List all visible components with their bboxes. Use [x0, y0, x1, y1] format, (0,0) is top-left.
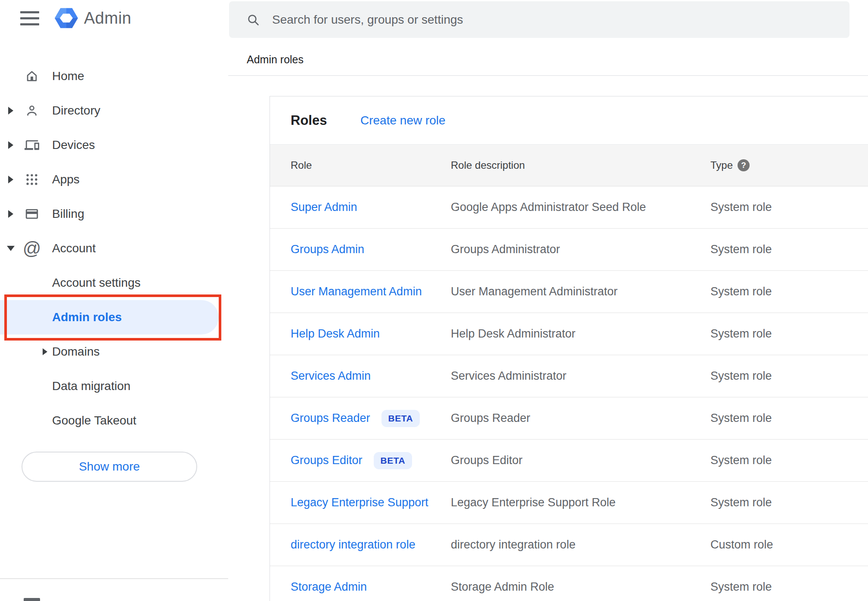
role-link[interactable]: Super Admin: [291, 201, 357, 214]
sidebar-item-label: Data migration: [52, 379, 130, 393]
role-link[interactable]: Groups Editor: [291, 454, 363, 467]
header-divider: [228, 75, 868, 76]
devices-icon: [24, 137, 40, 153]
apps-grid-icon: [24, 172, 40, 187]
sidebar-item-account[interactable]: @ Account: [0, 231, 228, 266]
roles-card-header: Roles Create new role: [270, 96, 868, 144]
table-row: Groups Editor BETA Groups Editor System …: [270, 440, 868, 482]
credit-card-icon: [24, 206, 40, 222]
sidebar-item-label: Account settings: [52, 276, 140, 290]
role-link[interactable]: Storage Admin: [291, 580, 367, 594]
role-link[interactable]: Groups Admin: [291, 243, 364, 256]
table-row: Groups Reader BETA Groups Reader System …: [270, 397, 868, 440]
show-more-button[interactable]: Show more: [22, 452, 197, 482]
role-description: Groups Administrator: [451, 229, 560, 270]
column-header-type: Type: [710, 159, 733, 171]
at-sign-icon: @: [24, 241, 40, 256]
table-row: Super Admin Google Apps Administrator Se…: [270, 186, 868, 229]
role-type: System role: [710, 566, 772, 601]
create-new-role-link[interactable]: Create new role: [360, 114, 446, 127]
role-description: Groups Reader: [451, 397, 530, 439]
sidebar-item-domains[interactable]: Domains: [0, 335, 228, 369]
sidebar-item-account-settings[interactable]: Account settings: [0, 266, 228, 300]
expand-right-icon[interactable]: [8, 210, 13, 218]
sidebar-item-label: Apps: [52, 173, 80, 186]
role-description: Help Desk Administrator: [451, 313, 576, 355]
role-type: System role: [710, 440, 772, 481]
search-bar[interactable]: [229, 1, 849, 38]
table-row: Services Admin Services Administrator Sy…: [270, 355, 868, 397]
sidebar-item-home[interactable]: Home: [0, 59, 228, 93]
column-header-role: Role: [291, 159, 312, 171]
help-icon[interactable]: ?: [738, 159, 750, 171]
sidebar-item-directory[interactable]: Directory: [0, 93, 228, 128]
table-header-row: Role Role description Type ?: [270, 144, 868, 186]
sidebar-item-admin-roles[interactable]: Admin roles: [0, 300, 228, 335]
role-description: Groups Editor: [451, 440, 523, 481]
role-link[interactable]: Legacy Enterprise Support: [291, 496, 428, 509]
search-input[interactable]: [272, 13, 849, 27]
beta-badge: BETA: [374, 452, 412, 469]
sidebar-item-label: Domains: [52, 345, 99, 359]
table-row: Legacy Enterprise Support Legacy Enterpr…: [270, 482, 868, 524]
sidebar-item-label: Billing: [52, 207, 84, 221]
table-row: Help Desk Admin Help Desk Administrator …: [270, 313, 868, 355]
roles-card: Roles Create new role Role Role descript…: [270, 96, 868, 601]
sidebar-divider: [0, 578, 228, 579]
role-link[interactable]: User Management Admin: [291, 285, 422, 298]
role-type: System role: [710, 355, 772, 397]
role-description: Google Apps Administrator Seed Role: [451, 186, 646, 228]
expand-down-icon[interactable]: [7, 246, 15, 251]
sidebar: Admin Home Directory Devices: [0, 0, 228, 601]
partially-visible-icon: [24, 598, 40, 601]
role-type: System role: [710, 482, 772, 524]
person-icon: [24, 103, 40, 118]
expand-right-icon[interactable]: [8, 141, 13, 149]
role-type: System role: [710, 313, 772, 355]
card-title: Roles: [291, 113, 327, 128]
product-name: Admin: [84, 9, 131, 28]
sidebar-item-google-takeout[interactable]: Google Takeout: [0, 403, 228, 438]
sidebar-item-label: Account: [52, 242, 96, 255]
admin-logo: Admin: [55, 5, 131, 31]
expand-right-icon[interactable]: [43, 348, 47, 355]
table-row: Groups Admin Groups Administrator System…: [270, 229, 868, 271]
hamburger-menu-icon[interactable]: [20, 11, 39, 25]
sidebar-item-label: Home: [52, 69, 84, 83]
table-row: User Management Admin User Management Ad…: [270, 271, 868, 313]
role-type: System role: [710, 186, 772, 228]
sidebar-item-label: Google Takeout: [52, 414, 136, 428]
role-type: System role: [710, 271, 772, 313]
sidebar-item-label: Directory: [52, 104, 100, 118]
breadcrumb: Admin roles: [247, 53, 304, 66]
role-link[interactable]: Services Admin: [291, 369, 371, 383]
sidebar-item-data-migration[interactable]: Data migration: [0, 369, 228, 403]
role-type: Custom role: [710, 524, 773, 566]
role-type: System role: [710, 397, 772, 439]
role-type: System role: [710, 229, 772, 270]
role-description: directory integration role: [451, 524, 576, 566]
column-header-description: Role description: [451, 159, 525, 171]
home-icon: [24, 68, 40, 84]
sidebar-item-devices[interactable]: Devices: [0, 128, 228, 162]
search-icon: [246, 13, 260, 27]
sidebar-item-billing[interactable]: Billing: [0, 197, 228, 231]
role-link[interactable]: Groups Reader: [291, 412, 370, 425]
role-description: User Management Administrator: [451, 271, 617, 313]
table-row: directory integration role directory int…: [270, 524, 868, 566]
beta-badge: BETA: [381, 410, 420, 427]
sidebar-item-label: Devices: [52, 138, 95, 152]
sidebar-item-apps[interactable]: Apps: [0, 162, 228, 197]
role-description: Storage Admin Role: [451, 566, 554, 601]
show-more-label: Show more: [79, 460, 140, 474]
sidebar-item-label: Admin roles: [52, 310, 122, 324]
role-description: Legacy Enterprise Support Role: [451, 482, 616, 524]
admin-hexagon-logo-icon: [55, 6, 78, 31]
table-row: Storage Admin Storage Admin Role System …: [270, 566, 868, 601]
expand-right-icon[interactable]: [8, 176, 13, 183]
role-link[interactable]: directory integration role: [291, 538, 415, 551]
role-description: Services Administrator: [451, 355, 567, 397]
expand-right-icon[interactable]: [8, 107, 13, 115]
role-link[interactable]: Help Desk Admin: [291, 327, 380, 341]
